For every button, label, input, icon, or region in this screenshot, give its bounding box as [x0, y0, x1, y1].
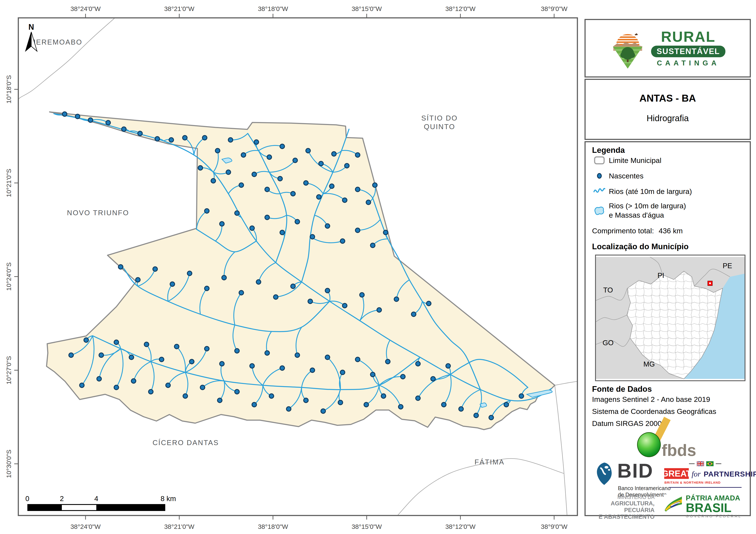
legend-item-rios-largos: Rios (> 10m de largura)e Massas d'água [593, 201, 686, 219]
page-subtitle: Hidrografia [647, 114, 689, 123]
patria-line1: PÁTRIA AMADA [686, 495, 742, 502]
legend-heading: Legenda [592, 146, 625, 155]
svg-text:10°27'0"S: 10°27'0"S [5, 356, 12, 384]
great-logo: GREAT [664, 468, 689, 479]
svg-text:38°15'0"W: 38°15'0"W [352, 523, 382, 530]
svg-text:FÁTIMA: FÁTIMA [474, 458, 504, 466]
info-box: Legenda Limite Municipal Nascentes Rios … [584, 141, 751, 516]
rural-sustentavel-diamond-icon [610, 26, 645, 71]
location-heading: Localização do Município [592, 242, 688, 251]
bid-wordmark: BID [617, 460, 653, 482]
legend-item-rios: Rios (até 10m de largura) [593, 187, 692, 196]
brand-caatinga: CAATINGA [657, 59, 720, 67]
great-partnership: PARTNERSHIP [704, 470, 756, 478]
patria-line3: GOVERNO FEDERAL [686, 514, 742, 519]
legend-label: Limite Municipal [609, 156, 662, 165]
svg-text:MG: MG [643, 360, 655, 368]
svg-text:PI: PI [658, 271, 664, 279]
svg-text:QUINTO: QUINTO [424, 123, 455, 131]
svg-text:10°24'0"S: 10°24'0"S [5, 262, 12, 291]
comprimento-total: Comprimento total:436 km [592, 227, 683, 235]
fonte-text: Imagens Sentinel 2 - Ano base 2019 Siste… [592, 393, 716, 429]
svg-text:N: N [28, 23, 34, 32]
svg-text:38°21'0"W: 38°21'0"W [164, 5, 195, 12]
svg-text:38°9'0"W: 38°9'0"W [541, 523, 567, 530]
fbds-logo: fbds [632, 426, 714, 461]
svg-text:38°12'0"W: 38°12'0"W [445, 523, 476, 530]
comprimento-value: 436 km [659, 227, 683, 235]
svg-text:38°21'0"W: 38°21'0"W [164, 523, 195, 530]
fonte-line1: Imagens Sentinel 2 - Ano base 2019 [592, 393, 716, 405]
great-for: for [691, 470, 701, 478]
svg-text:GO: GO [603, 339, 613, 347]
dash-icon [689, 463, 695, 464]
patria-line2: BRASIL [686, 502, 742, 514]
svg-text:JEREMOABO: JEREMOABO [32, 38, 82, 46]
svg-text:4: 4 [94, 495, 98, 502]
svg-text:8 km: 8 km [160, 495, 176, 502]
ministry-logo-text: MINISTÉRIO DA AGRICULTURA, PECUÁRIA E AB… [590, 495, 655, 520]
legend-label: Nascentes [609, 171, 643, 181]
svg-text:10°18'0"S: 10°18'0"S [5, 75, 12, 104]
uk-flag-icon [697, 461, 704, 466]
svg-text:2: 2 [60, 495, 64, 502]
svg-text:38°15'0"W: 38°15'0"W [352, 5, 382, 12]
svg-text:TO: TO [603, 286, 613, 294]
municipality-marker-center [709, 282, 711, 284]
legend-item-limite: Limite Municipal [593, 156, 662, 165]
legend-label: Rios (até 10m de largura) [609, 187, 692, 196]
svg-text:38°24'0"W: 38°24'0"W [70, 523, 101, 530]
svg-text:38°18'0"W: 38°18'0"W [258, 5, 288, 12]
svg-text:10°21'0"S: 10°21'0"S [5, 169, 12, 197]
legend-label: Rios (> 10m de largura)e Massas d'água [609, 201, 686, 219]
svg-text:CÍCERO DANTAS: CÍCERO DANTAS [152, 439, 219, 446]
svg-text:38°24'0"W: 38°24'0"W [70, 5, 101, 12]
great-britain-caption: BRITAIN & NORTHERN IRELAND [664, 481, 721, 484]
rios-swatch-icon [593, 187, 606, 196]
location-minimap[interactable]: PIPETOGOMG [595, 255, 745, 381]
limite-municipal-swatch-icon [593, 156, 606, 165]
rios-largos-swatch-icon [593, 204, 606, 217]
program-logo-box: RURAL SUSTENTÁVEL CAATINGA [584, 19, 751, 78]
svg-text:38°12'0"W: 38°12'0"W [445, 5, 476, 12]
flags-row [689, 461, 721, 466]
patria-amada-brasil-logo: PÁTRIA AMADA BRASIL GOVERNO FEDERAL [664, 495, 742, 519]
brasil-flag-ribbon-icon [664, 495, 683, 513]
svg-text:10°30'0"S: 10°30'0"S [5, 450, 12, 478]
fonte-heading: Fonte de Dados [592, 385, 652, 394]
legend-item-nascentes: Nascentes [593, 171, 643, 181]
svg-text:38°18'0"W: 38°18'0"W [258, 523, 288, 530]
brazil-flag-icon [706, 461, 714, 466]
svg-text:PE: PE [723, 262, 732, 270]
nascentes-swatch-icon [593, 171, 606, 181]
svg-text:NOVO TRIUNFO: NOVO TRIUNFO [67, 209, 129, 217]
page-title: ANTAS - BA [639, 92, 696, 104]
dash-icon [716, 463, 721, 464]
title-box: ANTAS - BA Hidrografia [584, 79, 751, 140]
brand-sustentavel: SUSTENTÁVEL [651, 46, 725, 57]
fbds-wordmark: fbds [662, 441, 696, 460]
page: { "colors":{ "frame":"#5B5B5B","cream":"… [0, 0, 756, 534]
svg-text:38°9'0"W: 38°9'0"W [541, 5, 567, 12]
brand-rural: RURAL [661, 29, 716, 44]
svg-text:0: 0 [25, 495, 29, 502]
fbds-sphere-icon [637, 432, 661, 457]
fonte-line2: Sistema de Coordenadas Geográficas [592, 405, 716, 417]
great-divider [669, 487, 742, 488]
svg-text:SÍTIO DO: SÍTIO DO [421, 114, 458, 122]
bid-icon [593, 462, 615, 486]
